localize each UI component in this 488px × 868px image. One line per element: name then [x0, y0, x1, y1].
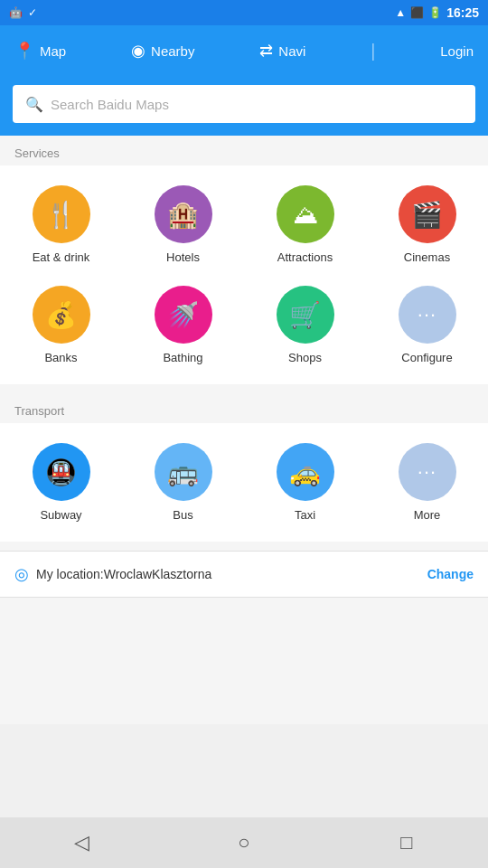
hotels-icon-circle: 🏨	[155, 185, 212, 243]
wifi-icon: ▲	[395, 6, 406, 19]
more-label: More	[414, 508, 441, 522]
eat-drink-icon: 🍴	[45, 200, 77, 230]
hotels-label: Hotels	[166, 250, 200, 264]
nav-label-nearby: Nearby	[151, 43, 194, 59]
more-icon-circle: ···	[399, 443, 456, 501]
check-icon: ✓	[28, 6, 37, 19]
transport-section: Transport 🚇 Subway 🚌 Bus 🚕 Taxi	[0, 393, 488, 542]
search-container: 🔍 Search Baidu Maps	[0, 76, 488, 136]
back-button[interactable]: ◁	[61, 823, 101, 863]
empty-area	[0, 598, 488, 724]
more-icon: ···	[418, 460, 436, 484]
attractions-label: Attractions	[277, 250, 333, 264]
status-icons-right: ▲ ⬛ 🔋 16:25	[395, 5, 479, 20]
bus-icon: 🚌	[167, 458, 199, 487]
grid-item-subway[interactable]: 🚇 Subway	[0, 432, 122, 533]
bathing-icon: 🚿	[167, 300, 199, 330]
location-left: ◎ My location:WroclawKlasztorna	[14, 564, 211, 584]
search-icon: 🔍	[25, 96, 43, 113]
battery-icon: 🔋	[428, 6, 442, 19]
banks-label: Banks	[44, 351, 77, 364]
nav-item-navi[interactable]: ⇄ Navi	[259, 41, 305, 61]
search-box[interactable]: 🔍 Search Baidu Maps	[13, 85, 475, 123]
grid-item-configure[interactable]: ··· Configure	[366, 275, 488, 375]
transport-section-label: Transport	[0, 393, 488, 423]
grid-item-banks[interactable]: 💰 Banks	[0, 275, 122, 375]
status-bar: 🤖 ✓ ▲ ⬛ 🔋 16:25	[0, 0, 488, 25]
cinemas-icon: 🎬	[411, 200, 443, 230]
search-placeholder: Search Baidu Maps	[51, 97, 169, 112]
nav-item-nearby[interactable]: ◉ Nearby	[131, 41, 194, 61]
configure-icon-circle: ···	[399, 286, 456, 344]
navi-icon: ⇄	[259, 41, 273, 61]
banks-icon: 💰	[45, 300, 77, 330]
android-icon: 🤖	[9, 6, 23, 19]
subway-icon: 🚇	[45, 458, 77, 487]
grid-item-attractions[interactable]: ⛰ Attractions	[244, 175, 366, 275]
attractions-icon: ⛰	[293, 200, 318, 230]
status-icons-left: 🤖 ✓	[9, 6, 37, 19]
attractions-icon-circle: ⛰	[277, 185, 334, 243]
grid-item-taxi[interactable]: 🚕 Taxi	[244, 432, 366, 533]
hotels-icon: 🏨	[167, 200, 199, 230]
shops-icon: 🛒	[289, 300, 321, 330]
shops-icon-circle: 🛒	[277, 286, 334, 344]
configure-icon: ···	[418, 303, 436, 326]
grid-item-bus[interactable]: 🚌 Bus	[122, 432, 244, 533]
grid-item-shops[interactable]: 🛒 Shops	[244, 275, 366, 375]
location-bar: ◎ My location:WroclawKlasztorna Change	[0, 551, 488, 598]
grid-item-eat-drink[interactable]: 🍴 Eat & drink	[0, 175, 122, 275]
taxi-icon-circle: 🚕	[277, 443, 334, 501]
bus-icon-circle: 🚌	[155, 443, 212, 501]
nearby-icon: ◉	[131, 41, 145, 61]
transport-grid: 🚇 Subway 🚌 Bus 🚕 Taxi ··· M	[0, 423, 488, 542]
bus-label: Bus	[173, 508, 192, 522]
eat-drink-label: Eat & drink	[33, 250, 90, 264]
home-button[interactable]: ○	[224, 823, 264, 863]
subway-icon-circle: 🚇	[33, 443, 90, 501]
status-time: 16:25	[446, 5, 479, 20]
nav-item-map[interactable]: 📍 Map	[14, 41, 66, 61]
nav-bar: 📍 Map ◉ Nearby ⇄ Navi | Login	[0, 25, 488, 76]
bathing-label: Bathing	[163, 351, 202, 364]
configure-label: Configure	[401, 351, 452, 364]
subway-label: Subway	[40, 508, 81, 522]
nav-label-navi: Navi	[278, 43, 305, 59]
taxi-label: Taxi	[295, 508, 315, 522]
banks-icon-circle: 💰	[33, 286, 90, 344]
signal-icon: ⬛	[410, 6, 424, 19]
bottom-nav: ◁ ○ □	[0, 817, 488, 868]
bathing-icon-circle: 🚿	[155, 286, 212, 344]
cinemas-label: Cinemas	[404, 250, 450, 264]
nav-label-map: Map	[40, 43, 66, 59]
nav-divider: |	[371, 41, 375, 61]
grid-item-cinemas[interactable]: 🎬 Cinemas	[366, 175, 488, 275]
map-icon: 📍	[14, 41, 34, 61]
location-icon: ◎	[14, 564, 29, 584]
main-content: Services 🍴 Eat & drink 🏨 Hotels ⛰ Attrac…	[0, 136, 488, 724]
grid-item-bathing[interactable]: 🚿 Bathing	[122, 275, 244, 375]
nav-label-login: Login	[440, 43, 474, 59]
grid-item-more[interactable]: ··· More	[366, 432, 488, 533]
nav-item-login[interactable]: Login	[440, 43, 474, 59]
location-text: My location:WroclawKlasztorna	[36, 567, 211, 581]
eat-drink-icon-circle: 🍴	[33, 185, 90, 243]
services-grid: 🍴 Eat & drink 🏨 Hotels ⛰ Attractions 🎬 C…	[0, 165, 488, 384]
grid-item-hotels[interactable]: 🏨 Hotels	[122, 175, 244, 275]
recents-button[interactable]: □	[387, 823, 427, 863]
cinemas-icon-circle: 🎬	[399, 185, 456, 243]
shops-label: Shops	[288, 351, 322, 364]
services-section-label: Services	[0, 136, 488, 165]
taxi-icon: 🚕	[289, 458, 321, 487]
change-button[interactable]: Change	[427, 567, 474, 581]
